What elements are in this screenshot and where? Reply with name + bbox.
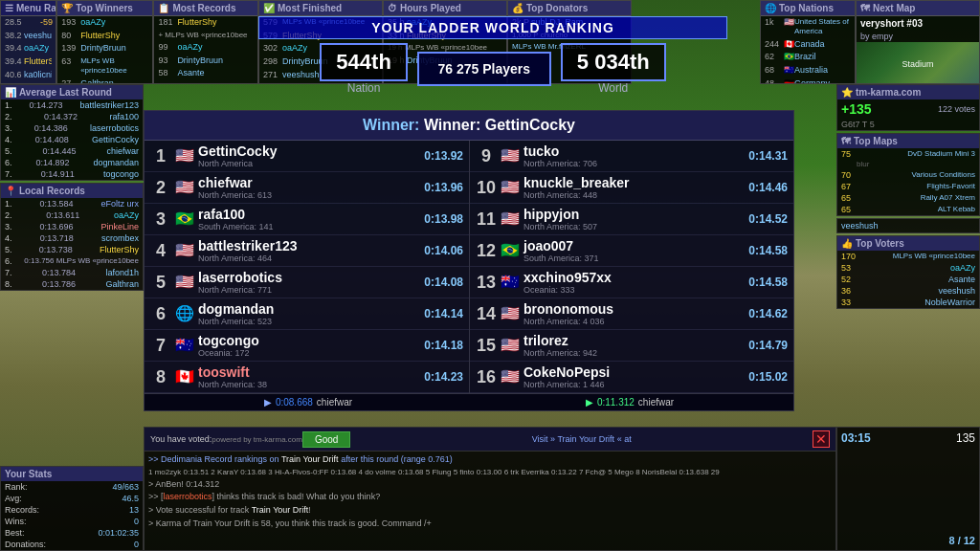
lr-row-5: 5. 0:13.738 FlutterShy: [1, 244, 143, 255]
mr-row-4: 93 DrintyBruun: [154, 55, 257, 68]
top-voters-panel: 👍 Top Voters 170 MLPs WB «prince10bee 53…: [836, 235, 980, 309]
karma-map-code: G6t7 T 5: [837, 119, 979, 130]
tw-row-4: 63 MLPs WB «prince10bee: [57, 55, 152, 77]
mr-row-1: 181 FlutterShy: [154, 16, 257, 30]
result-bottom-bar: ▶ 0:08.668 chiefwar ▶ 0:11.312 chiefwar: [145, 393, 793, 410]
result-col-left: 1 🇺🇸 GettinCocky North America 0:13.92 2…: [145, 141, 469, 393]
menu-row-4: 39.4 FlutterShy: [1, 55, 56, 69]
results-header: Winner: Winner: GettinCocky: [145, 111, 793, 141]
timer-left: 03:15: [841, 431, 871, 445]
result-row-7: 7 🇦🇺 togcongo Oceania: 172 0:14.18: [145, 330, 469, 362]
visit-text: Visit » Train Your Drift « at: [350, 434, 813, 444]
result-row-1: 1 🇺🇸 GettinCocky North America 0:13.92: [145, 141, 469, 172]
result-row-8: 8 🇨🇦 tooswift North America: 38 0:14.23: [145, 362, 469, 393]
tm-sub-1: blur: [837, 160, 979, 169]
rank-right-container: 5 034th World: [561, 43, 666, 95]
stats-best: Best: 0:01:02:35: [1, 527, 143, 539]
tm-row-2: 70 Various Conditions: [837, 169, 979, 181]
lr-row-2: 2. 0:13.611 oaAZy: [1, 209, 143, 221]
lr-row-3: 3. 0:13.696 PinkeLine: [1, 221, 143, 232]
tn-row-2: 244 🇨🇦 Canada: [761, 38, 855, 52]
avg-row-2: 2. 0:14.372 rafa100: [1, 111, 143, 122]
records-panel: 📊 Average Last Round 1. 0:14.273 battles…: [0, 84, 144, 293]
result-row-16: 16 🇺🇸 CokeNoPepsi North America: 1 446 0…: [470, 362, 793, 393]
result-row-12: 12 🇧🇷 joao007 South America: 371 0:14.58: [470, 235, 793, 267]
result-row-13: 13 🇦🇺 xxchino957xx Oceania: 333 0:14.58: [470, 267, 793, 298]
your-stats-title: Your Stats: [1, 467, 143, 481]
tv-row-3: 52 Asante: [837, 274, 979, 285]
top-maps-panel: 🗺 Top Maps 75 DvD Stadium Mini 3 blur 70…: [836, 133, 980, 216]
tm-row-3: 67 Flights-Favorit: [837, 181, 979, 192]
result-row-9: 9 🇺🇸 tucko North America: 706 0:14.31: [470, 141, 793, 172]
chat-line-6: > Karma of Train Your Drift is 58, you t…: [148, 518, 832, 528]
panel-top-nations: 🌐 Top Nations 1k 🇺🇸 United States of Ame…: [760, 0, 856, 84]
tm-row-1: 75 DvD Stadium Mini 3: [837, 148, 979, 160]
chat-line-5: > Vote successful for track Train Your D…: [148, 504, 832, 517]
menu-row-2: 38.2 veeshush: [1, 30, 56, 43]
chat-messages: >> Dedimania Record rankings on Train Yo…: [145, 452, 835, 528]
map-icon: 🗺: [860, 3, 870, 13]
tv-row-1: 170 MLPs WB «prince10bee: [837, 251, 979, 262]
avg-round-title: 📊 Average Last Round: [1, 85, 143, 99]
panel-top-winners: 🏆 Top Winners 193 oaAZy 80 FlutterShy 13…: [56, 0, 153, 84]
next-map-name: veryshort #03: [857, 16, 979, 31]
ladder-title: YOUR LADDER WORLD RANKING: [258, 16, 727, 39]
avg-row-1: 1. 0:14.273 battlestriker123: [1, 99, 143, 111]
avg-icon: 📊: [5, 87, 16, 98]
tv-row-5: 33 NobleWarrior: [837, 297, 979, 308]
your-stats-panel: Your Stats Rank: 49/663 Avg: 46.5 Record…: [0, 466, 144, 551]
ladder-section: YOUR LADDER WORLD RANKING 544th Nation 7…: [258, 0, 727, 110]
timer-mid: 135: [956, 431, 975, 445]
stats-rank: Rank: 49/663: [1, 481, 143, 493]
avg-row-3: 3. 0:14.386 laserrobotics: [1, 122, 143, 134]
average-last-round-panel: 📊 Average Last Round 1. 0:14.273 battles…: [0, 84, 144, 181]
tn-row-3: 62 🇧🇷 Brazil: [761, 51, 855, 64]
bottom-time-2: ▶ 0:11.312 chiefwar: [586, 397, 674, 408]
vote-good-button[interactable]: Good: [302, 431, 350, 448]
right-bottom-panel: 03:15 135 8 / 12: [836, 427, 980, 551]
stats-wins: Wins: 0: [1, 516, 143, 527]
karma-panel: ⭐ tm-karma.com +135 122 votes G6t7 T 5: [836, 84, 980, 131]
voters-icon: 👍: [841, 238, 853, 249]
tn-row-1: 1k 🇺🇸 United States of America: [761, 16, 855, 38]
winner-name: Winner: GettinCocky: [424, 117, 575, 133]
menu-row-1: 28.5 pouads -59: [1, 16, 56, 30]
top-nations-title: 🌐 Top Nations: [761, 1, 855, 16]
tw-row-1: 193 oaAZy: [57, 16, 152, 30]
avg-row-6: 6. 0:14.892 dogmandan: [1, 157, 143, 168]
result-col-right: 9 🇺🇸 tucko North America: 706 0:14.31 10…: [469, 141, 793, 393]
result-row-2: 2 🇺🇸 chiefwar North America: 613 0:13.96: [145, 172, 469, 204]
top-voters-title: 👍 Top Voters: [837, 236, 979, 251]
chat-line-4: >> [laserrobotics] thinks this track is …: [148, 491, 832, 503]
lr-row-4: 4. 0:13.718 scrombex: [1, 232, 143, 244]
result-row-4: 4 🇺🇸 battlestriker123 North America: 464…: [145, 235, 469, 267]
tm-row-5: 65 ALT Kebab: [837, 204, 979, 215]
stats-records: Records: 13: [1, 504, 143, 516]
lr-row-6: 6. 0:13.756 MLPs WB «prince10bee: [1, 255, 143, 267]
most-records-title: 📋 Most Records: [154, 1, 257, 16]
karma-values: +135 122 votes: [837, 99, 979, 119]
stats-donations: Donations: 0: [1, 539, 143, 550]
globe-icon: 🌐: [765, 3, 776, 13]
result-row-3: 3 🇧🇷 rafa100 South America: 141 0:13.98: [145, 204, 469, 235]
tv-row-2: 53 oaAZy: [837, 262, 979, 274]
chat-line-3: > AnBen! 0:14.312: [148, 478, 832, 491]
panel-menu: ☰ Menu Ranks 28.5 pouads -59 38.2 veeshu…: [0, 0, 56, 84]
tw-row-2: 80 FlutterShy: [57, 30, 152, 43]
records-icon: 📋: [158, 3, 169, 13]
lr-row-1: 1. 0:13.584 eFoltz urx: [1, 198, 143, 209]
karma-title: ⭐ tm-karma.com: [837, 85, 979, 99]
players-count-display: 76 275 Players: [417, 52, 551, 86]
rank-right: 5 034th: [561, 43, 666, 81]
results-grid: 1 🇺🇸 GettinCocky North America 0:13.92 2…: [145, 141, 793, 393]
local-icon: 📍: [5, 186, 16, 196]
lr-row-7: 7. 0:13.784 lafond1h: [1, 267, 143, 278]
bottom-time-1: ▶ 0:08.668 chiefwar: [264, 397, 352, 408]
vote-bar: You have voted: powered by tm-karma.com …: [145, 428, 835, 452]
trophy-icon: 🏆: [61, 3, 73, 13]
next-map-title: 🗺 Next Map: [857, 1, 979, 16]
rank-left: 544th: [320, 43, 407, 81]
chat-area: You have voted: powered by tm-karma.com …: [144, 427, 836, 551]
close-chat-button[interactable]: ✕: [813, 430, 830, 448]
menu-row-3: 39.4 oaAZy: [1, 42, 56, 55]
